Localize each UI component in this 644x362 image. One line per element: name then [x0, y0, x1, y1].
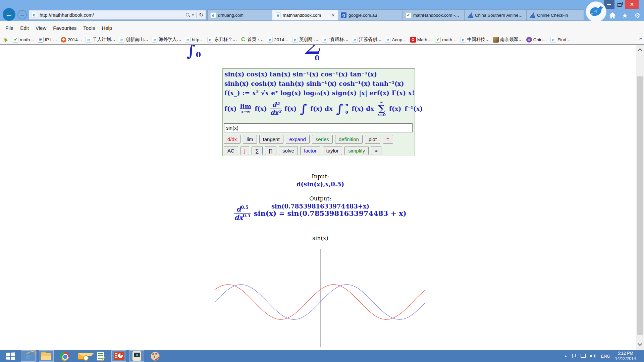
scroll-down-arrow-icon[interactable]	[638, 342, 642, 347]
favorite-item[interactable]: e “春晖杯…	[322, 37, 348, 43]
tab-close-icon[interactable]	[331, 13, 335, 18]
url-text[interactable]: http://mathhandbook.com/	[40, 12, 185, 18]
calculator-button[interactable]: definition	[335, 135, 363, 144]
address-bar[interactable]: e http://mathhandbook.com/ ▾ ↻	[29, 10, 206, 20]
definite-integral-notation: ∫	[336, 104, 343, 114]
forward-button[interactable]: →	[17, 10, 27, 19]
taskbar-file-explorer[interactable]	[39, 350, 54, 362]
outlook-icon	[78, 353, 88, 360]
menu-item[interactable]: View	[32, 24, 50, 32]
browser-tab[interactable]: China Southern Airline…	[464, 9, 526, 21]
favorite-favicon: e	[292, 37, 298, 43]
taskbar-chrome[interactable]	[57, 350, 72, 362]
favorites-overflow-chevron-icon[interactable]	[639, 35, 642, 41]
menu-item[interactable]: Favourites	[50, 24, 80, 32]
refresh-icon[interactable]: ↻	[199, 12, 204, 18]
fractional-derivative-formula: d0.5 dx0.5 sin(x) = sin(0.78539816339744…	[201, 205, 439, 221]
back-button[interactable]: ←	[3, 8, 15, 21]
restore-button[interactable]	[614, 0, 625, 9]
favorite-favicon: e	[267, 37, 273, 43]
favorite-item[interactable]: ✔ math…	[435, 37, 457, 43]
menu-item[interactable]: Edit	[17, 24, 32, 32]
browser-chrome: ← → e http://mathhandbook.com/ ▾ ↻ e drh…	[0, 0, 644, 21]
scroll-up-arrow-icon[interactable]	[638, 48, 642, 52]
taskbar-outlook[interactable]	[75, 350, 90, 362]
calculator-button[interactable]: tangent	[259, 135, 283, 144]
network-icon[interactable]	[580, 354, 586, 358]
taskbar-internet-explorer[interactable]: e	[21, 350, 36, 362]
calculator-panel: sin(x) cos(x) tan(x) sin⁻¹(x) cos⁻¹(x) t…	[222, 68, 415, 156]
favorite-item[interactable]: e 东升杯全…	[207, 37, 237, 43]
menu-item[interactable]: Help	[98, 24, 115, 32]
vertical-scrollbar[interactable]	[636, 45, 644, 350]
language-indicator[interactable]: ENG	[601, 354, 610, 359]
calculator-button[interactable]: ∑	[252, 146, 263, 155]
browser-tab[interactable]: e mathhandbook.com	[272, 9, 338, 21]
paint-icon	[151, 352, 160, 361]
calculator-button[interactable]: ∏	[265, 146, 276, 155]
favorite-item[interactable]: e Acup…	[385, 37, 407, 43]
calculator-button[interactable]: solve	[279, 146, 298, 155]
clock[interactable]: 5:12 PM 14/12/2014	[615, 351, 636, 361]
favorite-item[interactable]: e 英创网 …	[292, 37, 319, 43]
favorite-item[interactable]: e 创新南山…	[119, 37, 149, 43]
browser-tab[interactable]: e drhuang.com	[207, 9, 272, 21]
calculator-button[interactable]: taylor	[323, 146, 342, 155]
tab-favicon: ✔	[406, 12, 411, 18]
calculator-button[interactable]: plot	[365, 135, 380, 144]
output-label: Output:	[201, 195, 439, 202]
calculator-button[interactable]: factor	[300, 146, 320, 155]
favorite-item[interactable]: e 2014…	[267, 37, 289, 43]
favorite-favicon: e	[550, 37, 556, 43]
taskbar-paint[interactable]	[148, 350, 162, 362]
favorite-item[interactable]: e http…	[185, 37, 204, 43]
calculator-button[interactable]: =	[383, 135, 393, 144]
favorite-favicon: iP	[38, 37, 44, 43]
favorite-item[interactable]: e 千人计划…	[86, 37, 115, 43]
favorite-item[interactable]: e 江苏省创…	[352, 37, 382, 43]
browser-tab[interactable]: g google.com.au	[338, 9, 402, 21]
favorite-item[interactable]: e 海外学人…	[152, 37, 181, 43]
browser-tab[interactable]: Online Check-in	[526, 9, 584, 21]
favorite-item[interactable]: 南京领军…	[493, 37, 523, 43]
calculator-button[interactable]: simplify	[344, 146, 369, 155]
calculator-button[interactable]: AC	[224, 146, 238, 155]
calculator-button[interactable]: d/dx	[224, 135, 240, 144]
add-favorite-icon[interactable]	[3, 37, 9, 43]
taskbar-display-app[interactable]	[129, 350, 144, 362]
calculator-button[interactable]: ≈	[371, 146, 381, 155]
show-hidden-icons-triangle-icon[interactable]: ▲	[564, 354, 567, 358]
favorite-item[interactable]: ✔ math…	[13, 37, 35, 43]
calculator-button[interactable]: lim	[243, 135, 257, 144]
start-button[interactable]	[3, 350, 17, 362]
settings-gear-icon[interactable]: ⚙	[633, 11, 641, 19]
favorite-item[interactable]: O Math…	[410, 37, 432, 43]
menu-item[interactable]: File	[2, 24, 17, 32]
taskbar-text-editor[interactable]	[93, 350, 108, 362]
favorite-item[interactable]: Chin…	[526, 37, 547, 43]
favorite-item[interactable]: iP IP L…	[38, 37, 57, 43]
search-icon[interactable]	[185, 13, 190, 17]
calculator-button[interactable]: series	[312, 135, 333, 144]
powerpoint-icon	[114, 352, 124, 360]
menu-item[interactable]: Tools	[80, 24, 98, 32]
favorites-star-icon[interactable]: ★	[621, 11, 629, 19]
expression-input[interactable]	[224, 123, 413, 132]
calculator-button[interactable]: expand	[286, 135, 310, 144]
display-app-icon	[132, 351, 141, 361]
browser-tab[interactable]: ✔ mathHandbook.com -…	[402, 9, 464, 21]
favorite-item[interactable]: e 中国科技…	[460, 37, 490, 43]
forward-arrow-icon: →	[19, 12, 25, 18]
home-icon[interactable]	[608, 11, 616, 19]
search-dropdown-caret-icon[interactable]: ▾	[192, 13, 194, 17]
favorite-item[interactable]: C 首页 -…	[240, 37, 264, 43]
volume-icon[interactable]	[590, 353, 596, 359]
favorites-bar: ✔ math… iP IP L… 2014… e 千人计划… e 创新南山… e…	[0, 35, 644, 45]
favorite-item[interactable]: 2014…	[61, 37, 83, 43]
close-button[interactable]: ✕	[625, 0, 639, 9]
scrollbar-thumb[interactable]	[637, 76, 643, 335]
favorite-item[interactable]: e Find…	[550, 37, 571, 43]
taskbar-powerpoint[interactable]	[111, 350, 126, 362]
action-center-flag-icon[interactable]	[572, 354, 576, 358]
calculator-button[interactable]: ∫	[240, 146, 249, 155]
